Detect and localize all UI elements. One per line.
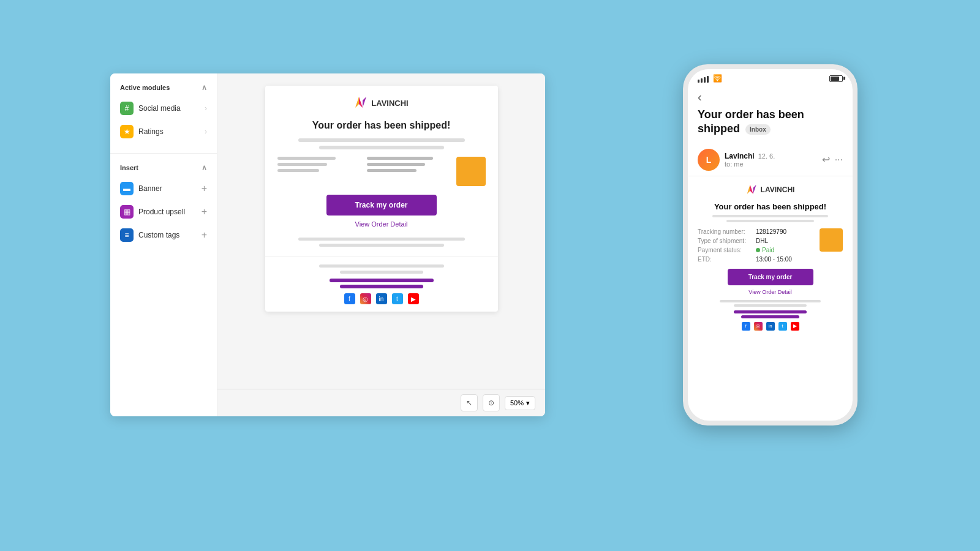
inbox-badge: Inbox <box>745 124 771 135</box>
social-icons-row: f ◎ in t ▶ <box>277 293 486 304</box>
sidebar-divider <box>110 153 217 154</box>
product-line-1 <box>277 157 336 160</box>
zoom-chevron-icon: ▾ <box>526 399 530 407</box>
twitter-icon: t <box>392 293 403 304</box>
svg-marker-2 <box>363 97 366 108</box>
placeholder-line-1 <box>298 138 465 142</box>
phone-twitter-icon: t <box>778 322 787 331</box>
insert-header[interactable]: Insert ∧ <box>110 163 217 177</box>
editor-toolbar: ↖ ⊙ 50% ▾ <box>217 389 545 416</box>
logo-svg-icon <box>354 96 369 110</box>
sender-row: L Lavinchi 12. 6. to: me ↩ ··· <box>688 144 853 176</box>
custom-tags-icon: ≡ <box>120 228 134 242</box>
phone-youtube-icon: ▶ <box>791 322 799 331</box>
lavinchi-logo: LAVINCHI <box>354 96 408 110</box>
email-footer: f ◎ in t ▶ <box>265 257 498 312</box>
product-line-2 <box>277 163 328 166</box>
email-subject-title: Your order has been shipped! <box>277 120 486 131</box>
email-content: Your order has been shipped! <box>265 120 498 257</box>
product-section <box>277 157 486 186</box>
etd-row: ETD: 13:00 - 15:00 <box>698 256 843 263</box>
phone-status-bar: 🛜 <box>688 69 853 85</box>
svg-marker-3 <box>747 184 750 193</box>
product-line-3 <box>277 169 319 172</box>
more-options-icon[interactable]: ··· <box>835 154 843 165</box>
zoom-selector[interactable]: 50% ▾ <box>505 396 535 410</box>
active-modules-chevron-icon: ∧ <box>202 83 207 92</box>
sidebar-item-ratings[interactable]: ★ Ratings › <box>110 120 217 143</box>
signal-bar-1 <box>698 80 699 83</box>
signal-indicators: 🛜 <box>698 74 722 83</box>
phone-placeholder-1 <box>712 215 829 217</box>
signal-bar-3 <box>704 77 706 83</box>
track-order-button[interactable]: Track my order <box>326 195 437 216</box>
product-thumbnail <box>456 157 486 186</box>
payment-status-value: Paid <box>756 247 774 253</box>
email-canvas: LAVINCHI Your order has been shipped! <box>217 73 545 389</box>
logo-text: LAVINCHI <box>371 99 408 108</box>
facebook-icon: f <box>344 293 355 304</box>
sender-info: Lavinchi 12. 6. to: me <box>725 152 822 168</box>
social-media-icon: # <box>120 102 134 115</box>
payment-status-label: Payment status: <box>698 247 756 253</box>
phone-product-thumbnail <box>820 228 843 252</box>
signal-bar-2 <box>701 78 703 83</box>
reply-icon[interactable]: ↩ <box>822 154 830 165</box>
active-modules-header[interactable]: Active modules ∧ <box>110 83 217 97</box>
tracking-number-label: Tracking number: <box>698 228 756 235</box>
sender-avatar: L <box>698 149 720 171</box>
custom-tags-add-icon: + <box>202 230 207 241</box>
sender-name: Lavinchi <box>725 152 755 160</box>
phone-logo: LAVINCHI <box>698 184 843 196</box>
svg-marker-4 <box>750 184 753 193</box>
tracking-number-value: 128129790 <box>756 228 786 235</box>
email-body: LAVINCHI Your order has been shipped! <box>265 86 498 312</box>
email-footer-top <box>277 238 486 247</box>
phone-track-order-button[interactable]: Track my order <box>728 269 813 285</box>
phone-footer-lines <box>698 300 843 307</box>
email-header: LAVINCHI <box>265 86 498 120</box>
product-lines <box>277 157 361 175</box>
shipment-type-label: Type of shipment: <box>698 238 756 244</box>
phone-purple-lines <box>698 310 843 318</box>
product-text-1 <box>367 157 434 160</box>
phone-view-order-link[interactable]: View Order Detail <box>698 289 843 295</box>
phone-inner: 🛜 ‹ Your order has been shipped Inbox L … <box>688 69 853 421</box>
youtube-icon: ▶ <box>408 293 419 304</box>
instagram-icon: ◎ <box>360 293 371 304</box>
sidebar: Active modules ∧ # Social media › ★ Rati… <box>110 73 217 416</box>
view-order-detail-link[interactable]: View Order Detail <box>277 220 486 228</box>
product-text-2 <box>367 163 425 166</box>
phone-email-title: Your order has been shipped! <box>698 202 843 211</box>
phone-social-icons: f ◎ in t ▶ <box>698 322 843 331</box>
back-button[interactable]: ‹ <box>698 90 843 104</box>
insert-chevron-icon: ∧ <box>202 163 207 172</box>
phone-placeholder-2 <box>726 220 813 222</box>
placeholder-line-2 <box>319 146 444 149</box>
banner-icon: ▬ <box>120 182 134 195</box>
svg-marker-5 <box>753 184 756 193</box>
phone-subject: Your order has been shipped Inbox <box>698 108 843 137</box>
sidebar-item-custom-tags[interactable]: ≡ Custom tags + <box>110 223 217 247</box>
sidebar-item-social-media[interactable]: # Social media › <box>110 97 217 120</box>
settings-tool-button[interactable]: ⊙ <box>483 394 500 411</box>
sidebar-item-product-upsell[interactable]: ▦ Product upsell + <box>110 200 217 223</box>
sender-actions: ↩ ··· <box>822 154 843 165</box>
footer-placeholder-lines <box>277 264 486 274</box>
linkedin-icon: in <box>376 293 387 304</box>
product-text-lines <box>367 157 450 175</box>
etd-label: ETD: <box>698 256 756 263</box>
editor-panel: Active modules ∧ # Social media › ★ Rati… <box>110 73 545 416</box>
footer-purple-lines <box>277 279 486 288</box>
sidebar-item-banner[interactable]: ▬ Banner + <box>110 177 217 200</box>
phone-email-header: ‹ Your order has been shipped Inbox <box>688 85 853 144</box>
phone-logo-svg-icon <box>746 184 758 196</box>
cursor-tool-button[interactable]: ↖ <box>461 394 478 411</box>
phone-email-body: LAVINCHI Your order has been shipped! Tr… <box>688 176 853 421</box>
wifi-icon: 🛜 <box>713 74 722 83</box>
sender-date: 12. 6. <box>758 152 775 160</box>
sender-to: to: me <box>725 160 822 168</box>
social-media-arrow-icon: › <box>205 104 207 113</box>
phone-linkedin-icon: in <box>766 322 775 331</box>
etd-value: 13:00 - 15:00 <box>756 256 792 263</box>
